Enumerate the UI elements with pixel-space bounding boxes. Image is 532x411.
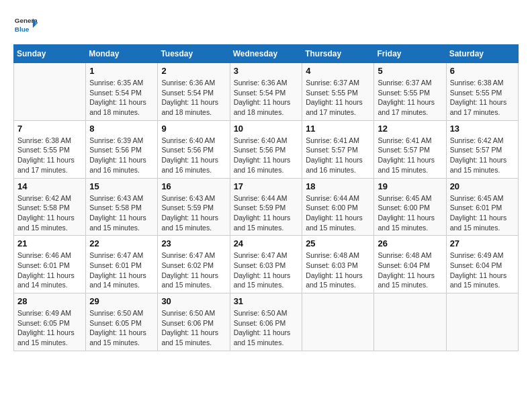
day-number: 19 bbox=[378, 181, 442, 191]
day-cell: 11Sunrise: 6:41 AMSunset: 5:57 PMDayligh… bbox=[302, 120, 374, 178]
day-info: Sunrise: 6:44 AMSunset: 6:00 PMDaylight:… bbox=[306, 193, 370, 233]
day-cell: 29Sunrise: 6:50 AMSunset: 6:05 PMDayligh… bbox=[86, 293, 158, 351]
day-cell: 13Sunrise: 6:42 AMSunset: 5:57 PMDayligh… bbox=[446, 120, 518, 178]
day-info: Sunrise: 6:44 AMSunset: 5:59 PMDaylight:… bbox=[234, 193, 299, 233]
day-cell: 25Sunrise: 6:48 AMSunset: 6:03 PMDayligh… bbox=[302, 236, 374, 293]
day-number: 30 bbox=[161, 296, 226, 306]
day-cell: 18Sunrise: 6:44 AMSunset: 6:00 PMDayligh… bbox=[302, 178, 374, 236]
day-header-wednesday: Wednesday bbox=[230, 45, 302, 63]
logo: General Blue bbox=[13, 13, 38, 38]
day-info: Sunrise: 6:40 AMSunset: 5:56 PMDaylight:… bbox=[161, 136, 226, 175]
day-number: 18 bbox=[306, 181, 370, 191]
day-number: 11 bbox=[306, 124, 370, 134]
svg-text:Blue: Blue bbox=[15, 26, 30, 33]
day-info: Sunrise: 6:42 AMSunset: 5:58 PMDaylight:… bbox=[17, 193, 82, 233]
day-info: Sunrise: 6:49 AMSunset: 6:04 PMDaylight:… bbox=[450, 250, 515, 290]
day-cell: 8Sunrise: 6:39 AMSunset: 5:56 PMDaylight… bbox=[86, 120, 158, 178]
day-header-sunday: Sunday bbox=[14, 45, 86, 63]
day-number: 28 bbox=[17, 296, 82, 306]
day-cell: 24Sunrise: 6:47 AMSunset: 6:03 PMDayligh… bbox=[230, 236, 302, 293]
day-number: 9 bbox=[161, 124, 226, 134]
day-number: 24 bbox=[234, 238, 299, 248]
day-cell: 17Sunrise: 6:44 AMSunset: 5:59 PMDayligh… bbox=[230, 178, 302, 236]
day-cell bbox=[14, 63, 86, 121]
day-number: 10 bbox=[234, 124, 299, 134]
day-info: Sunrise: 6:47 AMSunset: 6:01 PMDaylight:… bbox=[89, 250, 154, 290]
day-cell: 15Sunrise: 6:43 AMSunset: 5:58 PMDayligh… bbox=[86, 178, 158, 236]
day-number: 4 bbox=[306, 66, 370, 76]
day-cell: 10Sunrise: 6:40 AMSunset: 5:56 PMDayligh… bbox=[230, 120, 302, 178]
day-number: 6 bbox=[450, 66, 515, 76]
day-cell: 3Sunrise: 6:36 AMSunset: 5:54 PMDaylight… bbox=[230, 63, 302, 121]
day-info: Sunrise: 6:42 AMSunset: 5:57 PMDaylight:… bbox=[450, 136, 515, 175]
day-info: Sunrise: 6:48 AMSunset: 6:04 PMDaylight:… bbox=[378, 250, 442, 290]
day-number: 17 bbox=[234, 181, 299, 191]
day-info: Sunrise: 6:36 AMSunset: 5:54 PMDaylight:… bbox=[161, 78, 226, 118]
day-number: 26 bbox=[378, 238, 442, 248]
day-info: Sunrise: 6:41 AMSunset: 5:57 PMDaylight:… bbox=[306, 136, 370, 175]
day-number: 23 bbox=[161, 238, 226, 248]
day-number: 21 bbox=[17, 238, 82, 248]
day-cell: 21Sunrise: 6:46 AMSunset: 6:01 PMDayligh… bbox=[14, 236, 86, 293]
day-cell: 22Sunrise: 6:47 AMSunset: 6:01 PMDayligh… bbox=[86, 236, 158, 293]
day-info: Sunrise: 6:49 AMSunset: 6:05 PMDaylight:… bbox=[17, 308, 82, 348]
day-number: 14 bbox=[17, 181, 82, 191]
day-number: 22 bbox=[89, 238, 154, 248]
day-number: 7 bbox=[17, 124, 82, 134]
day-info: Sunrise: 6:45 AMSunset: 6:01 PMDaylight:… bbox=[450, 193, 515, 233]
day-info: Sunrise: 6:38 AMSunset: 5:55 PMDaylight:… bbox=[17, 136, 82, 175]
day-info: Sunrise: 6:50 AMSunset: 6:05 PMDaylight:… bbox=[89, 308, 154, 348]
calendar-header-row: SundayMondayTuesdayWednesdayThursdayFrid… bbox=[14, 45, 519, 63]
day-info: Sunrise: 6:40 AMSunset: 5:56 PMDaylight:… bbox=[234, 136, 299, 175]
day-number: 27 bbox=[450, 238, 515, 248]
day-cell: 7Sunrise: 6:38 AMSunset: 5:55 PMDaylight… bbox=[14, 120, 86, 178]
day-cell: 9Sunrise: 6:40 AMSunset: 5:56 PMDaylight… bbox=[158, 120, 230, 178]
day-info: Sunrise: 6:48 AMSunset: 6:03 PMDaylight:… bbox=[306, 250, 370, 290]
day-cell: 16Sunrise: 6:43 AMSunset: 5:59 PMDayligh… bbox=[158, 178, 230, 236]
day-number: 8 bbox=[89, 124, 154, 134]
day-info: Sunrise: 6:46 AMSunset: 6:01 PMDaylight:… bbox=[17, 250, 82, 290]
day-number: 16 bbox=[161, 181, 226, 191]
day-header-monday: Monday bbox=[86, 45, 158, 63]
day-number: 5 bbox=[378, 66, 442, 76]
day-header-saturday: Saturday bbox=[446, 45, 518, 63]
day-cell: 12Sunrise: 6:41 AMSunset: 5:57 PMDayligh… bbox=[374, 120, 446, 178]
day-info: Sunrise: 6:35 AMSunset: 5:54 PMDaylight:… bbox=[89, 78, 154, 118]
day-info: Sunrise: 6:50 AMSunset: 6:06 PMDaylight:… bbox=[161, 308, 226, 348]
day-number: 29 bbox=[89, 296, 154, 306]
day-cell: 14Sunrise: 6:42 AMSunset: 5:58 PMDayligh… bbox=[14, 178, 86, 236]
day-number: 2 bbox=[161, 66, 226, 76]
day-header-tuesday: Tuesday bbox=[158, 45, 230, 63]
page-header: General Blue bbox=[13, 13, 519, 38]
week-row-2: 7Sunrise: 6:38 AMSunset: 5:55 PMDaylight… bbox=[14, 120, 519, 178]
week-row-3: 14Sunrise: 6:42 AMSunset: 5:58 PMDayligh… bbox=[14, 178, 519, 236]
day-info: Sunrise: 6:47 AMSunset: 6:02 PMDaylight:… bbox=[161, 250, 226, 290]
day-cell: 30Sunrise: 6:50 AMSunset: 6:06 PMDayligh… bbox=[158, 293, 230, 351]
day-cell: 27Sunrise: 6:49 AMSunset: 6:04 PMDayligh… bbox=[446, 236, 518, 293]
day-number: 31 bbox=[234, 296, 299, 306]
day-cell: 5Sunrise: 6:37 AMSunset: 5:55 PMDaylight… bbox=[374, 63, 446, 121]
day-cell: 28Sunrise: 6:49 AMSunset: 6:05 PMDayligh… bbox=[14, 293, 86, 351]
day-number: 20 bbox=[450, 181, 515, 191]
day-number: 12 bbox=[378, 124, 442, 134]
day-info: Sunrise: 6:39 AMSunset: 5:56 PMDaylight:… bbox=[89, 136, 154, 175]
week-row-4: 21Sunrise: 6:46 AMSunset: 6:01 PMDayligh… bbox=[14, 236, 519, 293]
logo-icon: General Blue bbox=[13, 13, 38, 38]
day-cell: 2Sunrise: 6:36 AMSunset: 5:54 PMDaylight… bbox=[158, 63, 230, 121]
day-info: Sunrise: 6:43 AMSunset: 5:58 PMDaylight:… bbox=[89, 193, 154, 233]
week-row-5: 28Sunrise: 6:49 AMSunset: 6:05 PMDayligh… bbox=[14, 293, 519, 351]
day-cell bbox=[374, 293, 446, 351]
day-number: 25 bbox=[306, 238, 370, 248]
day-number: 13 bbox=[450, 124, 515, 134]
day-cell: 6Sunrise: 6:38 AMSunset: 5:55 PMDaylight… bbox=[446, 63, 518, 121]
day-info: Sunrise: 6:41 AMSunset: 5:57 PMDaylight:… bbox=[378, 136, 442, 175]
day-header-thursday: Thursday bbox=[302, 45, 374, 63]
day-cell: 26Sunrise: 6:48 AMSunset: 6:04 PMDayligh… bbox=[374, 236, 446, 293]
calendar-body: 1Sunrise: 6:35 AMSunset: 5:54 PMDaylight… bbox=[14, 63, 519, 351]
day-info: Sunrise: 6:38 AMSunset: 5:55 PMDaylight:… bbox=[450, 78, 515, 118]
day-info: Sunrise: 6:43 AMSunset: 5:59 PMDaylight:… bbox=[161, 193, 226, 233]
day-number: 1 bbox=[89, 66, 154, 76]
day-cell: 31Sunrise: 6:50 AMSunset: 6:06 PMDayligh… bbox=[230, 293, 302, 351]
week-row-1: 1Sunrise: 6:35 AMSunset: 5:54 PMDaylight… bbox=[14, 63, 519, 121]
day-number: 3 bbox=[234, 66, 299, 76]
